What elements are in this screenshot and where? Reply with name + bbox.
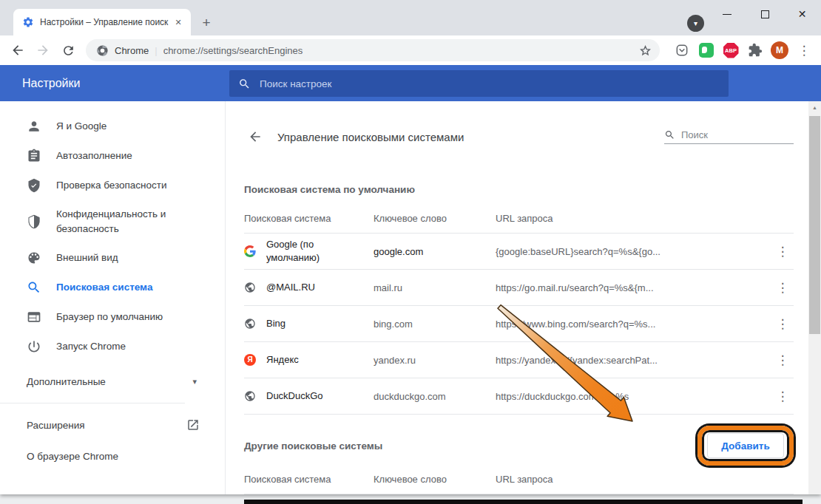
maximize-button[interactable]: [746, 0, 784, 28]
sidebar-item-extensions[interactable]: Расширения: [0, 409, 200, 440]
reload-button[interactable]: [58, 40, 78, 61]
table-row: DuckDuckGo duckduckgo.com https://duckdu…: [244, 378, 794, 415]
row-menu-icon[interactable]: ⋮: [771, 390, 794, 403]
table-row: @MAIL.RU mail.ru https://go.mail.ru/sear…: [244, 270, 794, 306]
url-text[interactable]: chrome://settings/searchEngines: [163, 45, 638, 56]
shield-half-icon: [27, 214, 41, 229]
clipboard-icon: [27, 149, 41, 163]
table-row: Bing bing.com https://www.bing.com/searc…: [244, 306, 794, 342]
extensions-puzzle-icon[interactable]: [746, 41, 765, 60]
settings-title: Настройки: [22, 77, 80, 90]
sidebar-item-default-browser[interactable]: Браузер по умолчанию: [0, 302, 225, 332]
minimize-button[interactable]: [709, 0, 746, 28]
power-icon: [27, 339, 41, 354]
tab-title: Настройки – Управление поиск: [40, 17, 172, 27]
new-tab-button[interactable]: +: [197, 13, 216, 33]
settings-search-box[interactable]: [229, 70, 729, 97]
settings-sidebar: Я и Google Автозаполнение Проверка безоп…: [0, 101, 226, 494]
chrome-logo-icon: [96, 44, 109, 57]
scrollbar-thumb[interactable]: [809, 116, 820, 334]
person-icon: [27, 119, 41, 134]
extension-icons: ABP M ⋮: [667, 41, 814, 60]
back-arrow-icon[interactable]: [248, 129, 263, 144]
tab-close-icon[interactable]: ✕: [172, 16, 185, 29]
sidebar-item-search-engine[interactable]: Поисковая система: [0, 273, 225, 302]
scrollbar[interactable]: ▲: [808, 101, 821, 494]
annotation-highlight-ring: Добавить: [697, 426, 794, 466]
page-search-field[interactable]: [664, 129, 794, 144]
settings-gear-icon: [22, 16, 34, 28]
globe-icon: [244, 390, 256, 402]
sidebar-item-safety-check[interactable]: Проверка безопасности: [0, 171, 225, 200]
settings-header: Настройки: [0, 65, 821, 101]
search-icon: [27, 280, 41, 295]
row-menu-icon[interactable]: ⋮: [771, 354, 794, 367]
search-engines-page: Управление поисковыми системами Поискова…: [226, 101, 808, 494]
sidebar-item-privacy[interactable]: Конфиденциальность и безопасность: [0, 200, 225, 243]
address-bar[interactable]: Chrome | chrome://settings/searchEngines: [86, 39, 660, 61]
sidebar-item-appearance[interactable]: Внешний вид: [0, 243, 225, 273]
url-scheme-label: Chrome: [115, 45, 149, 56]
maximize-icon: [761, 10, 769, 18]
table-row: Google (по умолчанию) google.com {google…: [244, 234, 794, 270]
yandex-icon: Я: [244, 354, 256, 366]
back-button[interactable]: [7, 40, 28, 61]
google-icon: [244, 245, 256, 257]
bookmark-star-icon[interactable]: [638, 44, 652, 58]
minimize-icon: [723, 14, 732, 15]
sidebar-item-about-chrome[interactable]: О браузере Chrome: [0, 440, 200, 471]
table-row: Я Яндекс yandex.ru https://yandex.ru/{ya…: [244, 342, 794, 378]
add-engine-button[interactable]: Добавить: [707, 433, 784, 458]
globe-icon: [244, 318, 256, 330]
row-menu-icon[interactable]: ⋮: [771, 282, 794, 294]
tab-bar: Настройки – Управление поиск ✕ + ▾ ✕: [0, 0, 821, 35]
window-controls: ✕: [709, 0, 821, 28]
external-link-icon: [186, 418, 200, 432]
profile-avatar[interactable]: M: [770, 41, 789, 60]
evernote-icon[interactable]: [697, 41, 716, 60]
url-separator: |: [155, 45, 157, 56]
page-search-input[interactable]: [681, 129, 794, 140]
search-icon: [238, 78, 251, 90]
close-button[interactable]: ✕: [783, 0, 821, 28]
forward-button[interactable]: [33, 40, 53, 61]
browser-menu-icon[interactable]: ⋮: [794, 41, 814, 60]
row-menu-icon[interactable]: ⋮: [771, 318, 794, 330]
browser-toolbar: Chrome | chrome://settings/searchEngines…: [0, 35, 821, 65]
adblock-plus-icon[interactable]: ABP: [721, 41, 740, 60]
browser-window-icon: [27, 310, 41, 324]
search-icon: [664, 129, 675, 140]
shield-check-icon: [27, 178, 41, 193]
default-engines-table: Поисковая система Ключевое слово URL зап…: [244, 204, 794, 415]
sidebar-advanced-toggle[interactable]: Дополнительные ▾: [0, 366, 200, 397]
sidebar-item-autofill[interactable]: Автозаполнение: [0, 141, 225, 171]
sidebar-divider: [0, 403, 185, 403]
other-section-title: Другие поисковые системы: [244, 440, 382, 452]
default-section-title: Поисковая система по умолчанию: [244, 184, 808, 195]
globe-icon: [244, 282, 256, 293]
row-menu-icon[interactable]: ⋮: [771, 245, 794, 258]
sidebar-item-on-startup[interactable]: Запуск Chrome: [0, 332, 225, 361]
page-title: Управление поисковыми системами: [277, 131, 664, 143]
chevron-down-icon: ▾: [192, 377, 197, 386]
tab-settings[interactable]: Настройки – Управление поиск ✕: [13, 9, 191, 35]
pocket-icon[interactable]: [672, 41, 692, 60]
tab-menu-button[interactable]: ▾: [687, 15, 704, 32]
browser-window: Настройки – Управление поиск ✕ + ▾ ✕ Chr…: [0, 0, 821, 494]
other-engines-table: Поисковая система Ключевое слово URL зап…: [244, 465, 794, 494]
sidebar-item-you-and-google[interactable]: Я и Google: [0, 112, 225, 141]
table-header: Поисковая система Ключевое слово URL зап…: [244, 465, 794, 494]
settings-search-input[interactable]: [260, 78, 720, 89]
palette-icon: [27, 251, 41, 265]
scrollbar-up-arrow[interactable]: ▲: [808, 101, 821, 114]
screenshot-bottom-strip: [244, 500, 803, 504]
table-header: Поисковая система Ключевое слово URL зап…: [244, 204, 794, 234]
